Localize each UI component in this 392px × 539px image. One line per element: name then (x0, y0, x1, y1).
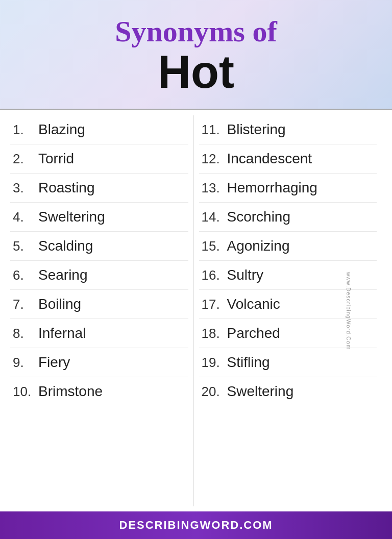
item-word: Sultry (227, 267, 264, 283)
item-number: 16. (202, 267, 227, 283)
item-word: Incandescent (227, 151, 312, 167)
header-title: Synonyms of (10, 15, 382, 48)
list-item: 15. Agonizing (199, 232, 377, 261)
item-number: 13. (202, 180, 227, 196)
list-item: 14. Scorching (199, 203, 377, 232)
list-item: 9. Fiery (10, 348, 188, 377)
left-column: 1. Blazing 2. Torrid 3. Roasting 4. Swel… (0, 115, 193, 506)
item-number: 14. (202, 209, 227, 225)
item-word: Agonizing (227, 238, 290, 254)
item-word: Stifling (227, 354, 270, 371)
item-word: Searing (38, 267, 88, 283)
item-number: 18. (202, 326, 227, 341)
list-item: 2. Torrid (10, 144, 188, 174)
item-number: 11. (202, 122, 227, 138)
list-item: 13. Hemorrhaging (199, 174, 377, 203)
right-column: 11. Blistering 12. Incandescent 13. Hemo… (193, 115, 393, 506)
item-number: 19. (202, 355, 227, 371)
list-item: 19. Stifling (199, 348, 377, 377)
list-item: 10. Brimstone (10, 377, 188, 406)
item-word: Boiling (38, 296, 81, 312)
item-number: 7. (13, 297, 38, 312)
item-word: Parched (227, 325, 280, 341)
item-number: 2. (13, 151, 38, 167)
item-word: Scalding (38, 238, 93, 254)
item-word: Sweltering (227, 383, 294, 400)
list-item: 3. Roasting (10, 174, 188, 203)
item-word: Blazing (38, 121, 85, 138)
list-item: 7. Boiling (10, 290, 188, 319)
list-item: 4. Sweltering (10, 203, 188, 232)
list-item: 5. Scalding (10, 232, 188, 261)
item-number: 4. (13, 209, 38, 225)
item-word: Fiery (38, 354, 70, 371)
item-number: 5. (13, 238, 38, 254)
item-word: Volcanic (227, 296, 280, 312)
list-item: 20. Sweltering (199, 377, 377, 406)
item-number: 12. (202, 151, 227, 167)
item-word: Roasting (38, 180, 95, 196)
item-word: Hemorrhaging (227, 180, 317, 196)
item-word: Blistering (227, 121, 286, 138)
item-number: 8. (13, 326, 38, 341)
footer: DESCRIBINGWORD.COM (0, 511, 392, 539)
list-item: 11. Blistering (199, 115, 377, 144)
item-word: Torrid (38, 151, 74, 167)
item-number: 6. (13, 267, 38, 283)
list-item: 6. Searing (10, 261, 188, 290)
header: Synonyms of Hot (0, 0, 392, 110)
list-item: 12. Incandescent (199, 144, 377, 174)
item-number: 10. (13, 384, 38, 400)
item-number: 9. (13, 355, 38, 371)
item-word: Scorching (227, 209, 291, 225)
item-word: Sweltering (38, 209, 105, 225)
item-number: 17. (202, 297, 227, 312)
watermark: www.DescribingWord.Com (346, 272, 352, 350)
content-area: 1. Blazing 2. Torrid 3. Roasting 4. Swel… (0, 110, 392, 511)
item-word: Brimstone (38, 383, 103, 400)
header-word: Hot (10, 48, 382, 96)
item-number: 15. (202, 238, 227, 254)
item-number: 1. (13, 122, 38, 138)
item-number: 3. (13, 180, 38, 196)
list-item: 8. Infernal (10, 319, 188, 348)
item-number: 20. (202, 384, 227, 400)
item-word: Infernal (38, 325, 86, 341)
list-item: 1. Blazing (10, 115, 188, 144)
